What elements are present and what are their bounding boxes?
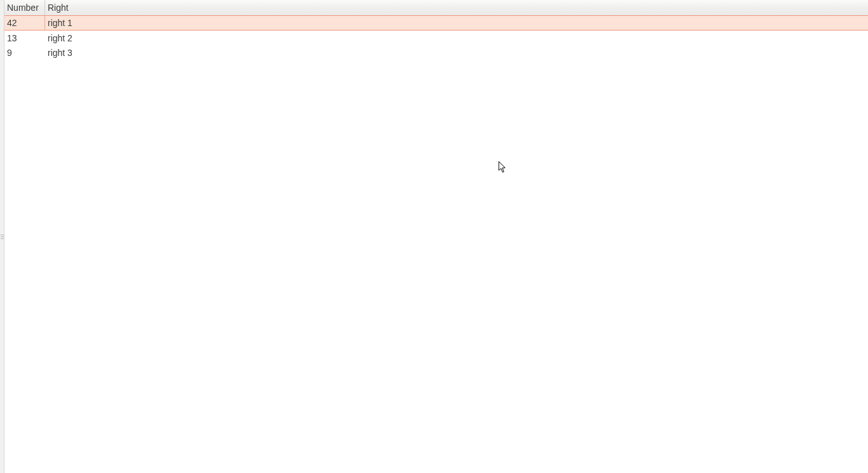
data-table[interactable]: Number Right 42 right 1 13 right 2 9 rig…: [4, 0, 868, 473]
cell-right: right 3: [45, 45, 868, 60]
left-gutter: [0, 0, 4, 473]
table-row[interactable]: 9 right 3: [4, 45, 868, 60]
table-header-row: Number Right: [4, 0, 868, 16]
cell-number: 9: [4, 45, 45, 60]
cell-number: 13: [4, 31, 45, 45]
cell-number: 42: [4, 16, 45, 30]
table-row[interactable]: 13 right 2: [4, 31, 868, 45]
table-row[interactable]: 42 right 1: [4, 15, 868, 31]
column-header-number[interactable]: Number: [4, 0, 45, 15]
cell-right: right 1: [45, 16, 868, 30]
column-header-right[interactable]: Right: [45, 0, 868, 15]
cell-right: right 2: [45, 31, 868, 45]
pane-drag-handle[interactable]: [1, 235, 4, 239]
